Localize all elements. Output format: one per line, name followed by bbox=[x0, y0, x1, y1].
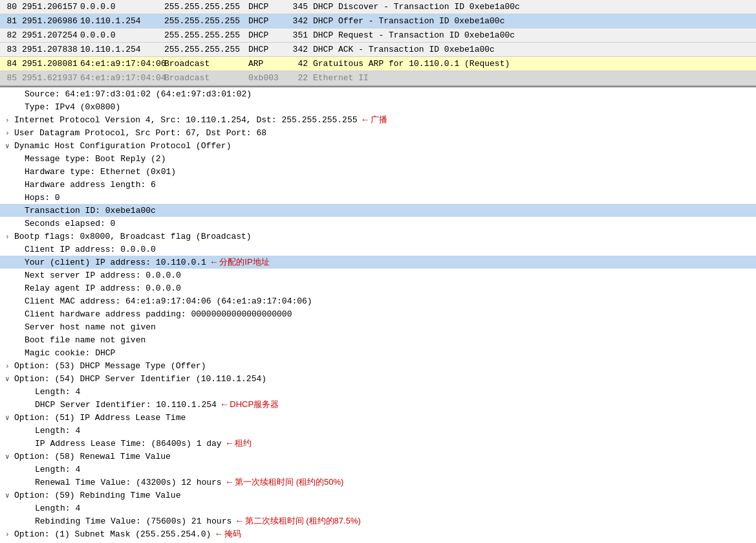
packet-no: 82 bbox=[3, 30, 22, 40]
detail-text: Option: (1) Subnet Mask (255.255.254.0) bbox=[14, 529, 211, 539]
packet-row[interactable]: 82 2951.207254 0.0.0.0 255.255.255.255 D… bbox=[0, 28, 756, 43]
detail-row-siaddr: Next server IP address: 0.0.0.0 bbox=[0, 269, 756, 282]
packet-len: 22 bbox=[287, 73, 313, 83]
detail-text: Hardware address length: 6 bbox=[25, 180, 156, 190]
detail-indent: Rebinding Time Value: (75600s) 21 hours←… bbox=[3, 515, 361, 527]
detail-row-opt58-parent[interactable]: ∨ Option: (58) Renewal Time Value bbox=[0, 450, 756, 463]
detail-row-udp[interactable]: › User Datagram Protocol, Src Port: 67, … bbox=[0, 126, 756, 139]
packet-time: 2951.208081 bbox=[22, 59, 80, 69]
packet-info: DHCP Discover - Transaction ID 0xebe1a00… bbox=[313, 2, 753, 12]
detail-text: Message type: Boot Reply (2) bbox=[25, 154, 166, 164]
expand-icon[interactable]: ∨ bbox=[5, 452, 14, 461]
detail-text: User Datagram Protocol, Src Port: 67, Ds… bbox=[14, 128, 266, 138]
detail-row-xid: Transaction ID: 0xebe1a00c bbox=[0, 204, 756, 217]
detail-text: Renewal Time Value: (43200s) 12 hours bbox=[35, 478, 222, 487]
expand-icon[interactable]: › bbox=[5, 116, 14, 124]
detail-indent: ∨ Option: (51) IP Address Lease Time bbox=[3, 413, 186, 423]
detail-row-dhcp[interactable]: ∨ Dynamic Host Configuration Protocol (O… bbox=[0, 139, 756, 152]
detail-row-opt59-parent[interactable]: ∨ Option: (59) Rebinding Time Value bbox=[0, 489, 756, 502]
expand-icon[interactable]: › bbox=[5, 362, 14, 370]
detail-indent: Length: 4 bbox=[3, 426, 80, 436]
detail-row-secs: Seconds elapsed: 0 bbox=[0, 217, 756, 230]
detail-indent: Hardware address length: 6 bbox=[3, 180, 156, 190]
detail-text: Length: 4 bbox=[35, 465, 80, 474]
detail-row-opt51-parent[interactable]: ∨ Option: (51) IP Address Lease Time bbox=[0, 411, 756, 424]
detail-text: Client hardware address padding: 0000000… bbox=[25, 309, 292, 319]
expand-icon[interactable]: › bbox=[5, 129, 14, 137]
expand-icon[interactable]: ∨ bbox=[5, 142, 14, 150]
detail-text: Dynamic Host Configuration Protocol (Off… bbox=[14, 141, 231, 151]
detail-row-eth-src: Source: 64:e1:97:d3:01:02 (64:e1:97:d3:0… bbox=[0, 87, 756, 100]
detail-text: Client IP address: 0.0.0.0 bbox=[25, 245, 156, 254]
expand-icon[interactable]: ∨ bbox=[5, 491, 14, 500]
packet-len: 342 bbox=[287, 16, 313, 26]
detail-indent: Hops: 0 bbox=[3, 193, 60, 203]
packet-time: 2951.207254 bbox=[22, 30, 80, 40]
packet-no: 85 bbox=[3, 73, 22, 83]
packet-row[interactable]: 80 2951.206157 0.0.0.0 255.255.255.255 D… bbox=[0, 0, 756, 14]
packet-time: 2951.207838 bbox=[22, 45, 80, 54]
detail-indent: Hardware type: Ethernet (0x01) bbox=[3, 167, 176, 177]
packet-no: 81 bbox=[3, 16, 22, 26]
detail-indent: Client IP address: 0.0.0.0 bbox=[3, 245, 156, 254]
arrow-icon: ← bbox=[211, 257, 217, 267]
packet-src: 10.110.1.254 bbox=[80, 45, 164, 54]
packet-proto: DHCP bbox=[248, 16, 287, 26]
detail-row-opt53[interactable]: › Option: (53) DHCP Message Type (Offer) bbox=[0, 359, 756, 372]
detail-row-ip[interactable]: › Internet Protocol Version 4, Src: 10.1… bbox=[0, 113, 756, 126]
packet-no: 84 bbox=[3, 59, 22, 69]
arrow-icon: ← bbox=[363, 115, 368, 125]
packet-dst: 255.255.255.255 bbox=[164, 2, 248, 12]
detail-text: Internet Protocol Version 4, Src: 10.110… bbox=[14, 115, 358, 125]
arrow-icon: ← bbox=[222, 399, 227, 410]
packet-len: 345 bbox=[287, 2, 313, 12]
packet-src: 0.0.0.0 bbox=[80, 2, 164, 12]
detail-row-bootp-flags[interactable]: › Bootp flags: 0x8000, Broadcast flag (B… bbox=[0, 230, 756, 243]
packet-row[interactable]: 84 2951.208081 64:e1:a9:17:04:06 Broadca… bbox=[0, 57, 756, 71]
detail-row-opt1-parent[interactable]: › Option: (1) Subnet Mask (255.255.254.0… bbox=[0, 527, 756, 540]
expand-icon[interactable]: ∨ bbox=[5, 375, 14, 383]
detail-indent: Client MAC address: 64:e1:a9:17:04:06 (6… bbox=[3, 296, 312, 306]
detail-indent: Renewal Time Value: (43200s) 12 hours←第一… bbox=[3, 476, 343, 488]
packet-time: 2951.206986 bbox=[22, 16, 80, 26]
annotation-text: 第二次续租时间 (租约的87.5%) bbox=[245, 515, 361, 527]
packet-row[interactable]: 85 2951.621937 64:e1:a9:17:04:04 Broadca… bbox=[0, 71, 756, 85]
arrow-icon: ← bbox=[227, 438, 232, 449]
arrow-icon: ← bbox=[216, 529, 221, 539]
detail-text: Type: IPv4 (0x0800) bbox=[25, 102, 120, 112]
packet-no: 80 bbox=[3, 2, 22, 12]
detail-row-giaddr: Relay agent IP address: 0.0.0.0 bbox=[0, 282, 756, 294]
packet-row[interactable]: 83 2951.207838 10.110.1.254 255.255.255.… bbox=[0, 43, 756, 57]
packet-info: DHCP ACK - Transaction ID 0xebe1a00c bbox=[313, 45, 753, 54]
packet-proto: 0xb003 bbox=[248, 73, 287, 83]
annotation: ←掩码 bbox=[216, 528, 241, 540]
detail-row-opt54-val: DHCP Server Identifier: 10.110.1.254←DHC… bbox=[0, 398, 756, 411]
detail-text: Your (client) IP address: 10.110.0.1 bbox=[25, 258, 206, 267]
detail-indent: › Option: (53) DHCP Message Type (Offer) bbox=[3, 361, 206, 371]
detail-panel: Source: 64:e1:97:d3:01:02 (64:e1:97:d3:0… bbox=[0, 86, 756, 543]
detail-indent: Server host name not given bbox=[3, 322, 156, 332]
detail-row-opt59-len: Length: 4 bbox=[0, 502, 756, 515]
packet-dst: 255.255.255.255 bbox=[164, 45, 248, 54]
detail-text: Length: 4 bbox=[35, 426, 80, 436]
detail-row-yiaddr: Your (client) IP address: 10.110.0.1←分配的… bbox=[0, 256, 756, 269]
detail-text: Seconds elapsed: 0 bbox=[25, 219, 115, 228]
packet-dst: 255.255.255.255 bbox=[164, 30, 248, 40]
packet-row[interactable]: 81 2951.206986 10.110.1.254 255.255.255.… bbox=[0, 14, 756, 28]
annotation: ←租约 bbox=[227, 438, 252, 449]
annotation: ←第二次续租时间 (租约的87.5%) bbox=[237, 515, 361, 527]
detail-indent: Message type: Boot Reply (2) bbox=[3, 154, 166, 164]
annotation-text: 分配的IP地址 bbox=[219, 256, 269, 268]
expand-icon[interactable]: ∨ bbox=[5, 414, 14, 422]
packet-proto: DHCP bbox=[248, 2, 287, 12]
detail-row-opt54-parent[interactable]: ∨ Option: (54) DHCP Server Identifier (1… bbox=[0, 372, 756, 385]
expand-icon[interactable]: › bbox=[5, 233, 14, 241]
detail-text: Client MAC address: 64:e1:a9:17:04:06 (6… bbox=[25, 296, 312, 306]
expand-icon[interactable]: › bbox=[5, 531, 14, 538]
detail-row-opt3-parent[interactable]: › Option: (3) Router bbox=[0, 540, 756, 543]
detail-text: IP Address Lease Time: (86400s) 1 day bbox=[35, 439, 222, 449]
packet-info: DHCP Request - Transaction ID 0xebe1a00c bbox=[313, 30, 753, 40]
detail-row-chaddr: Client MAC address: 64:e1:a9:17:04:06 (6… bbox=[0, 294, 756, 307]
detail-row-eth-type: Type: IPv4 (0x0800) bbox=[0, 100, 756, 113]
detail-indent: Length: 4 bbox=[3, 504, 80, 513]
